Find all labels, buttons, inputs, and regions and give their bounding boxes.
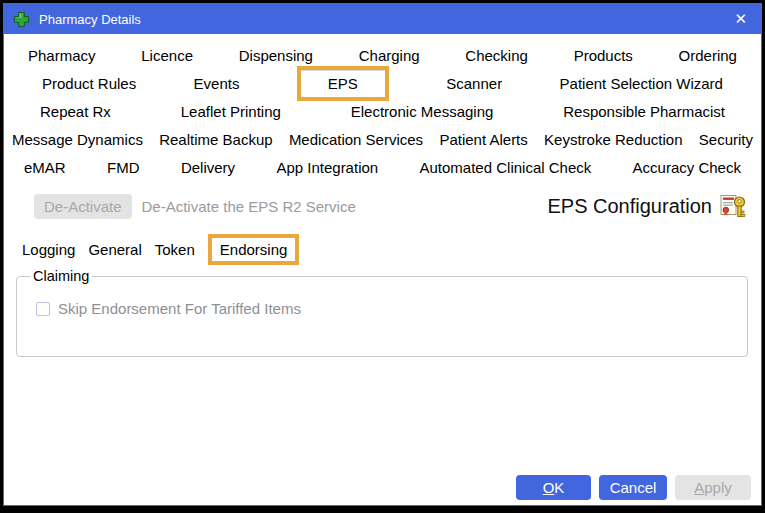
eps-subtab-strip: Logging General Token Endorsing xyxy=(4,234,761,264)
content-spacer xyxy=(4,357,761,475)
tab-row-5: eMAR FMD Delivery App Integration Automa… xyxy=(4,153,761,181)
tab-charging[interactable]: Charging xyxy=(359,47,420,64)
skip-endorsement-label: Skip Endorsement For Tariffed Items xyxy=(58,300,301,317)
cancel-button[interactable]: Cancel xyxy=(599,475,667,500)
pharmacy-details-window: Pharmacy Details ✕ Pharmacy Licence Disp… xyxy=(0,0,765,513)
titlebar: Pharmacy Details ✕ xyxy=(4,4,761,34)
tab-app-integration[interactable]: App Integration xyxy=(276,159,378,176)
tab-leaflet-printing[interactable]: Leaflet Printing xyxy=(181,103,281,120)
tab-message-dynamics[interactable]: Message Dynamics xyxy=(12,131,143,148)
claiming-legend: Claiming xyxy=(30,268,92,284)
tab-checking[interactable]: Checking xyxy=(465,47,528,64)
tab-row-2: Product Rules Events EPS Scanner Patient… xyxy=(4,69,761,97)
certificate-key-icon xyxy=(720,194,747,219)
window-title: Pharmacy Details xyxy=(39,12,141,27)
eps-configuration-heading: EPS Configuration xyxy=(547,195,712,218)
subtab-general[interactable]: General xyxy=(88,241,141,258)
tab-dispensing[interactable]: Dispensing xyxy=(239,47,313,64)
tab-row-3: Repeat Rx Leaflet Printing Electronic Me… xyxy=(4,97,761,125)
eps-action-row: De-Activate De-Activate the EPS R2 Servi… xyxy=(4,191,761,221)
tab-product-rules[interactable]: Product Rules xyxy=(42,75,136,92)
green-cross-icon xyxy=(13,11,30,28)
tab-scanner[interactable]: Scanner xyxy=(446,75,502,92)
tab-row-4: Message Dynamics Realtime Backup Medicat… xyxy=(4,125,761,153)
skip-endorsement-row: Skip Endorsement For Tariffed Items xyxy=(36,300,747,317)
tab-automated-clinical-check[interactable]: Automated Clinical Check xyxy=(420,159,592,176)
tab-electronic-messaging[interactable]: Electronic Messaging xyxy=(351,103,494,120)
tab-eps-highlighted[interactable]: EPS xyxy=(297,66,389,101)
tab-patient-alerts[interactable]: Patient Alerts xyxy=(439,131,527,148)
tab-accuracy-check[interactable]: Accuracy Check xyxy=(633,159,741,176)
apply-button[interactable]: Apply xyxy=(675,475,751,500)
deactivate-caption: De-Activate the EPS R2 Service xyxy=(142,198,356,215)
tab-keystroke-reduction[interactable]: Keystroke Reduction xyxy=(544,131,682,148)
tab-events[interactable]: Events xyxy=(194,75,240,92)
deactivate-button[interactable]: De-Activate xyxy=(34,194,132,219)
close-icon[interactable]: ✕ xyxy=(732,10,749,28)
skip-endorsement-checkbox[interactable] xyxy=(36,302,50,316)
subtab-endorsing-highlighted[interactable]: Endorsing xyxy=(208,234,300,265)
tab-pharmacy[interactable]: Pharmacy xyxy=(28,47,96,64)
subtab-logging[interactable]: Logging xyxy=(22,241,75,258)
ok-button[interactable]: OK xyxy=(516,475,591,500)
tab-delivery[interactable]: Delivery xyxy=(181,159,235,176)
tab-repeat-rx[interactable]: Repeat Rx xyxy=(40,103,111,120)
tab-realtime-backup[interactable]: Realtime Backup xyxy=(159,131,272,148)
tab-emar[interactable]: eMAR xyxy=(24,159,66,176)
tab-licence[interactable]: Licence xyxy=(141,47,193,64)
subtab-token[interactable]: Token xyxy=(155,241,195,258)
tab-ordering[interactable]: Ordering xyxy=(679,47,737,64)
tab-responsible-pharmacist[interactable]: Responsible Pharmacist xyxy=(563,103,725,120)
footer-button-bar: OK Cancel Apply xyxy=(4,475,761,505)
window-frame: Pharmacy Details ✕ Pharmacy Licence Disp… xyxy=(3,3,762,506)
tab-patient-selection-wizard[interactable]: Patient Selection Wizard xyxy=(560,75,723,92)
tab-fmd[interactable]: FMD xyxy=(107,159,140,176)
claiming-groupbox: Claiming Skip Endorsement For Tariffed I… xyxy=(16,276,748,357)
tab-strip: Pharmacy Licence Dispensing Charging Che… xyxy=(4,34,761,181)
tab-products[interactable]: Products xyxy=(574,47,633,64)
tab-medication-services[interactable]: Medication Services xyxy=(289,131,423,148)
tab-security[interactable]: Security xyxy=(699,131,753,148)
